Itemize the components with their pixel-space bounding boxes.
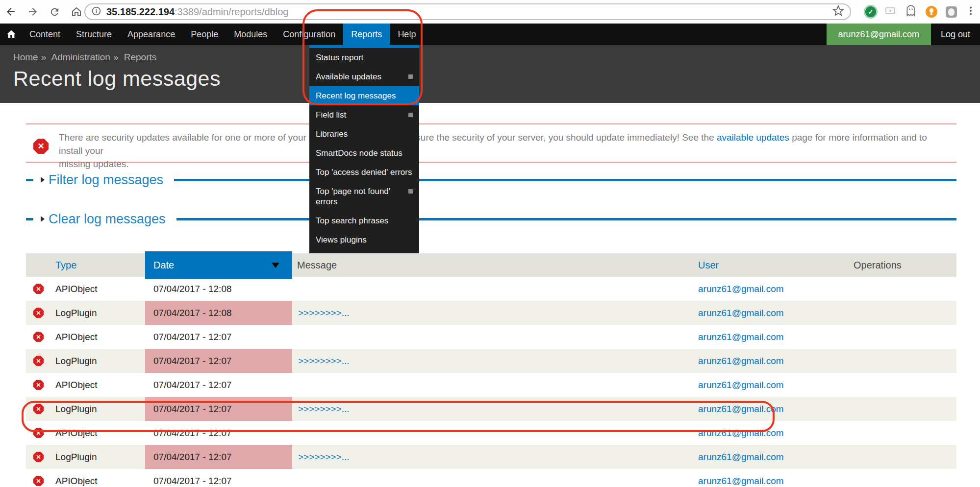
filter-log-messages-fieldset: Filter log messages — [26, 172, 956, 187]
table-row: ✕LogPlugin 07/04/2017 - 12:07 >>>>>>>>..… — [26, 445, 956, 469]
menu-badge-icon — [408, 74, 413, 79]
column-header-operations: Operations — [843, 260, 956, 271]
extension-disabled-icon[interactable] — [884, 5, 896, 19]
fieldset-rule — [176, 218, 956, 220]
main-content: ✕ There are security updates available f… — [0, 103, 980, 487]
message-link[interactable]: >>>>>>>>... — [298, 308, 350, 318]
user-link[interactable]: arunz61@gmail.com — [698, 308, 784, 318]
breadcrumb-administration[interactable]: Administration — [51, 52, 110, 62]
message-link[interactable]: >>>>>>>>... — [298, 356, 350, 366]
user-link[interactable]: arunz61@gmail.com — [698, 428, 784, 438]
browser-menu-icon[interactable] — [965, 5, 976, 18]
date-cell: 07/04/2017 - 12:07 — [145, 325, 292, 349]
extension-vpn-icon[interactable] — [926, 6, 937, 18]
dash-icon — [26, 179, 33, 181]
operations-cell — [843, 349, 956, 373]
log-messages-table: Type Message User Operations Date ✕APIOb… — [26, 251, 956, 487]
toolbar-item-people[interactable]: People — [183, 24, 226, 45]
breadcrumb-reports[interactable]: Reports — [124, 52, 157, 62]
table-header-row: Type Message User Operations Date — [26, 253, 956, 277]
menu-item-top-page-not-found-errors[interactable]: Top 'page not found' errors — [309, 182, 419, 211]
extension-ghost-icon[interactable] — [905, 4, 917, 19]
date-cell: 07/04/2017 - 12:07 — [145, 397, 292, 421]
breadcrumb-home[interactable]: Home — [13, 52, 38, 62]
breadcrumb-separator: » — [113, 52, 119, 62]
filter-log-messages-toggle[interactable]: Filter log messages — [49, 172, 163, 188]
column-header-date-active[interactable]: Date — [145, 251, 292, 279]
message-link[interactable]: >>>>>>>>... — [298, 452, 350, 462]
table-row: ✕APIObject 07/04/2017 - 12:07 arunz61@gm… — [26, 373, 956, 397]
column-header-user[interactable]: User — [686, 260, 843, 271]
error-icon: ✕ — [33, 356, 44, 366]
user-link[interactable]: arunz61@gmail.com — [698, 332, 784, 342]
menu-item-top-search-phrases[interactable]: Top search phrases — [309, 211, 419, 230]
operations-cell — [843, 373, 956, 397]
bookmark-star-icon[interactable] — [832, 5, 844, 19]
collapsed-arrow-icon — [41, 177, 45, 183]
toolbar-item-configuration[interactable]: Configuration — [275, 24, 343, 45]
forward-icon[interactable] — [27, 6, 39, 18]
menu-item-recent-log-messages[interactable]: Recent log messages — [309, 86, 419, 105]
security-warning-message: ✕ There are security updates available f… — [26, 123, 956, 163]
breadcrumb-separator: » — [41, 52, 47, 62]
toolbar-item-structure[interactable]: Structure — [68, 24, 120, 45]
user-link[interactable]: arunz61@gmail.com — [698, 452, 784, 462]
table-row: ✕LogPlugin 07/04/2017 - 12:07 >>>>>>>>..… — [26, 397, 956, 421]
error-icon: ✕ — [33, 476, 44, 486]
operations-cell — [843, 421, 956, 445]
operations-cell — [843, 469, 956, 487]
date-cell: 07/04/2017 - 12:08 — [145, 277, 292, 301]
logout-button[interactable]: Log out — [931, 24, 980, 45]
extension-notes-icon[interactable] — [946, 6, 957, 18]
error-icon: ✕ — [33, 332, 44, 342]
extension-check-icon[interactable]: ✓ — [865, 6, 876, 17]
error-icon: ✕ — [33, 380, 44, 390]
page-header: Home» Administration» Reports Recent log… — [0, 45, 980, 103]
sort-desc-icon — [272, 263, 279, 268]
menu-item-status-report[interactable]: Status report — [309, 48, 419, 67]
toolbar-item-reports[interactable]: Reports — [343, 24, 390, 45]
user-link[interactable]: arunz61@gmail.com — [698, 356, 784, 366]
menu-item-top-access-denied-errors[interactable]: Top 'access denied' errors — [309, 163, 419, 182]
reports-dropdown-menu: Status report Available updates Recent l… — [309, 45, 419, 253]
menu-badge-icon — [408, 189, 413, 194]
error-icon: ✕ — [33, 284, 44, 294]
back-icon[interactable] — [5, 6, 17, 18]
collapsed-arrow-icon — [41, 216, 45, 222]
available-updates-link[interactable]: available updates — [717, 132, 789, 143]
menu-item-smartdocs-node-status[interactable]: SmartDocs node status — [309, 144, 419, 163]
menu-badge-icon — [408, 113, 413, 117]
date-cell: 07/04/2017 - 12:08 — [145, 301, 292, 325]
table-row: ✕APIObject 07/04/2017 - 12:07 arunz61@gm… — [26, 325, 956, 349]
user-link[interactable]: arunz61@gmail.com — [698, 476, 784, 486]
user-link[interactable]: arunz61@gmail.com — [698, 380, 784, 390]
page-info-icon[interactable] — [91, 6, 101, 18]
message-link[interactable]: >>>>>>>>... — [298, 404, 350, 414]
clear-log-messages-toggle[interactable]: Clear log messages — [49, 212, 166, 227]
drupal-home-icon[interactable] — [0, 24, 22, 45]
menu-item-available-updates[interactable]: Available updates — [309, 67, 419, 86]
user-link[interactable]: arunz61@gmail.com — [698, 284, 784, 294]
url-host: 35.185.222.194 — [106, 6, 175, 17]
date-cell: 07/04/2017 - 12:07 — [145, 373, 292, 397]
column-header-message: Message — [292, 260, 686, 271]
menu-item-views-plugins[interactable]: Views plugins — [309, 230, 419, 249]
account-button[interactable]: arunz61@gmail.com — [827, 24, 931, 45]
column-header-type[interactable]: Type — [26, 260, 145, 271]
menu-item-field-list[interactable]: Field list — [309, 105, 419, 124]
toolbar-item-modules[interactable]: Modules — [226, 24, 275, 45]
user-link[interactable]: arunz61@gmail.com — [698, 404, 784, 414]
date-cell: 07/04/2017 - 12:07 — [145, 421, 292, 445]
url-text[interactable]: 35.185.222.194:3389/admin/reports/dblog — [106, 6, 288, 18]
dash-icon — [26, 218, 33, 220]
operations-cell — [843, 277, 956, 301]
page-title: Recent log messages — [13, 67, 980, 91]
toolbar-item-appearance[interactable]: Appearance — [120, 24, 183, 45]
operations-cell — [843, 301, 956, 325]
toolbar-item-help[interactable]: Help — [390, 24, 424, 45]
refresh-icon[interactable] — [49, 6, 60, 18]
menu-item-libraries[interactable]: Libraries — [309, 124, 419, 144]
address-bar[interactable]: 35.185.222.194:3389/admin/reports/dblog — [84, 3, 851, 20]
toolbar-item-content[interactable]: Content — [22, 24, 68, 45]
home-icon[interactable] — [71, 6, 82, 18]
